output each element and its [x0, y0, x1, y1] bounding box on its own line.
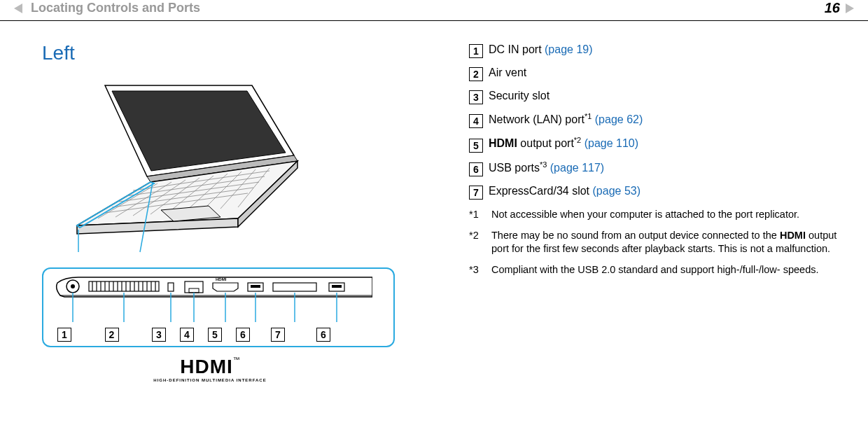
footnotes: *1 Not accessible when your computer is … — [469, 208, 840, 277]
page-link[interactable]: (page 117) — [547, 162, 604, 174]
diagram-wrap: HDMI — [42, 78, 434, 382]
callout-item-5: 5HDMI output port*2 (page 110) — [469, 135, 840, 152]
breadcrumb: Locating Controls and Ports — [31, 1, 200, 15]
footnote-3: *3 Compliant with the USB 2.0 standard a… — [469, 263, 840, 277]
hdmi-logo: HDMI™ HIGH-DEFINITION MULTIMEDIA INTERFA… — [42, 356, 378, 382]
callout-num-6b: 6 — [316, 328, 330, 342]
page-link[interactable]: (page 110) — [581, 138, 638, 150]
page-number: 16 — [825, 0, 840, 16]
callout-item-7: 7ExpressCard/34 slot (page 53) — [469, 183, 840, 200]
callout-num-6a: 6 — [236, 328, 250, 342]
hdmi-subtext: HIGH-DEFINITION MULTIMEDIA INTERFACE — [42, 378, 378, 382]
page-link[interactable]: (page 19) — [545, 43, 593, 55]
footnote-1: *1 Not accessible when your computer is … — [469, 208, 840, 222]
laptop-illustration — [42, 78, 378, 253]
section-title: Left — [42, 42, 434, 64]
side-view-box: HDMI — [42, 267, 395, 347]
triangle-right-icon[interactable] — [846, 4, 854, 13]
callout-num-4: 4 — [180, 328, 194, 342]
breadcrumb-area: Locating Controls and Ports — [14, 1, 200, 15]
side-view-illustration: HDMI — [50, 276, 372, 325]
callout-item-3: 3Security slot — [469, 88, 840, 104]
callout-num-1: 1 — [57, 328, 71, 342]
callout-number-row: 1 2 3 4 5 6 7 6 — [50, 328, 386, 342]
svg-rect-44 — [332, 285, 342, 288]
callout-item-6: 6USB ports*3 (page 117) — [469, 160, 840, 176]
page-nav: 16 — [825, 0, 854, 16]
callout-item-4: 4Network (LAN) port*1 (page 62) — [469, 111, 840, 128]
svg-rect-41 — [251, 285, 260, 288]
callout-item-2: 2Air vent — [469, 65, 840, 81]
svg-text:HDMI: HDMI — [216, 277, 227, 281]
hdmi-tm: ™ — [233, 356, 240, 363]
page-link[interactable]: (page 62) — [592, 113, 643, 125]
svg-point-18 — [71, 284, 75, 288]
hdmi-logo-text: HDMI — [180, 356, 233, 377]
callout-column: 1DC IN port (page 19) 2Air vent 3Securit… — [434, 42, 840, 382]
page-header: Locating Controls and Ports 16 — [0, 0, 868, 21]
callout-num-3: 3 — [152, 328, 166, 342]
callout-num-2: 2 — [105, 328, 119, 342]
content: Left — [0, 21, 868, 382]
footnote-2: *2 There may be no sound from an output … — [469, 229, 840, 256]
callout-list: 1DC IN port (page 19) 2Air vent 3Securit… — [469, 42, 840, 200]
triangle-left-icon — [14, 4, 22, 13]
page-link[interactable]: (page 53) — [593, 185, 641, 197]
callout-num-7: 7 — [271, 328, 285, 342]
callout-num-5: 5 — [208, 328, 222, 342]
diagram-column: Left — [42, 42, 434, 382]
callout-item-1: 1DC IN port (page 19) — [469, 42, 840, 58]
